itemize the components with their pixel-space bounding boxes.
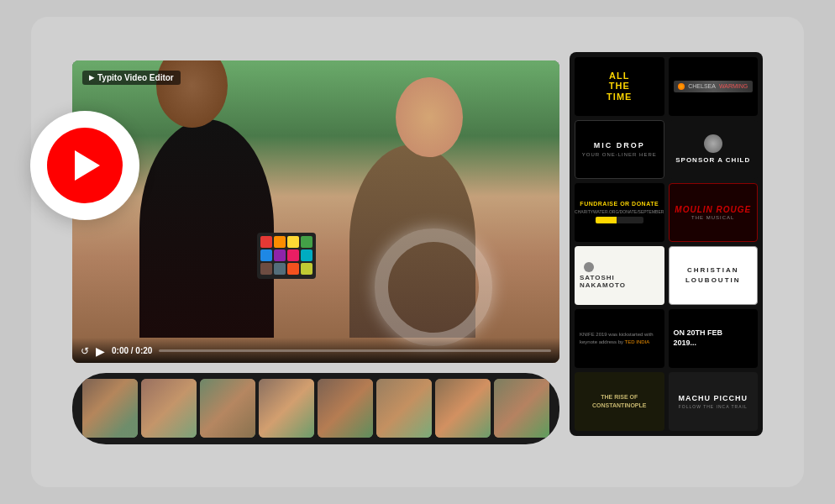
fundraise-subtitle: CHARITYWATER.ORG/DONATE/SEPTEMBER <box>575 209 664 214</box>
chelsea-dot <box>678 83 685 90</box>
template-card-all-the-time[interactable]: ALLTHETIME <box>575 57 664 116</box>
machu-picchu-title: MACHU PICCHU <box>679 394 748 402</box>
machu-picchu-subtitle: FOLLOW THE INCA TRAIL <box>679 404 748 409</box>
template-card-satoshi[interactable]: SATOSHI NAKAMOTO <box>575 246 664 305</box>
fundraise-progress-fill <box>596 217 617 223</box>
template-card-knife-2019[interactable]: KNIFE 2019 was kickstarted with keynote … <box>575 309 664 368</box>
template-card-machu-picchu[interactable]: MACHU PICCHU FOLLOW THE INCA TRAIL <box>669 372 759 431</box>
template-card-sponsor-child[interactable]: SPONSOR A CHILD <box>669 120 759 179</box>
template-card-chelsea[interactable]: CHELSEA WARMING <box>669 57 759 116</box>
film-frame <box>200 379 255 438</box>
template-card-louboutin[interactable]: CHRISTIANLOUBOUTIN <box>669 246 759 305</box>
reload-icon[interactable]: ↺ <box>81 345 89 357</box>
constantinople-title: THE RISE OFCONSTANTINOPLE <box>592 393 646 408</box>
feb-title: ON 20TH FEB2019... <box>674 328 723 348</box>
louboutin-title: CHRISTIANLOUBOUTIN <box>685 265 741 284</box>
all-the-time-label: ALLTHETIME <box>607 71 632 101</box>
knife-text: KNIFE 2019 was kickstarted with keynote … <box>580 331 659 345</box>
film-frame <box>82 379 138 438</box>
film-frame <box>141 379 197 438</box>
sponsor-child-label: SPONSOR A CHILD <box>675 156 750 164</box>
youtube-overlay <box>30 111 139 220</box>
template-panel: ALLTHETIME CHELSEA WARMING MIC DROP YOUR… <box>570 52 763 436</box>
ring-light <box>375 228 492 346</box>
film-frame <box>259 379 314 438</box>
video-player[interactable]: Typito Video Editor ↺ ▶ 0:00 / 0:20 <box>72 60 559 363</box>
warming-text: WARMING <box>719 83 748 89</box>
typito-watermark: Typito Video Editor <box>82 71 181 85</box>
time-display: 0:00 / 0:20 <box>112 346 152 355</box>
fundraise-title: FUNDRAISE OR DONATE <box>580 201 659 207</box>
video-scene <box>72 60 559 363</box>
template-card-moulin-rouge[interactable]: MOULIN ROUGE THE MUSICAL <box>669 183 759 242</box>
satoshi-dot-icon <box>584 262 594 272</box>
chelsea-bar: CHELSEA WARMING <box>674 81 754 92</box>
mic-drop-title: MIC DROP <box>594 141 645 150</box>
template-card-fundraise[interactable]: FUNDRAISE OR DONATE CHARITYWATER.ORG/DON… <box>575 183 664 242</box>
chelsea-text: CHELSEA <box>688 83 716 89</box>
progress-bar[interactable] <box>159 349 551 352</box>
film-strip <box>72 373 559 444</box>
template-card-mic-drop[interactable]: MIC DROP YOUR ONE-LINER HERE <box>575 120 664 179</box>
template-card-constantinople[interactable]: THE RISE OFCONSTANTINOPLE <box>575 372 664 431</box>
mic-drop-subtitle: YOUR ONE-LINER HERE <box>582 152 657 157</box>
film-frame <box>435 379 491 438</box>
moulin-rouge-subtitle: THE MUSICAL <box>691 215 734 220</box>
video-controls: ↺ ▶ 0:00 / 0:20 <box>72 338 559 363</box>
film-frame <box>318 379 373 438</box>
chelsea-inner: CHELSEA WARMING <box>674 81 754 92</box>
moulin-rouge-title: MOULIN ROUGE <box>675 205 751 214</box>
main-content: Typito Video Editor ↺ ▶ 0:00 / 0:20 <box>72 60 763 444</box>
satoshi-text: SATOSHI NAKAMOTO <box>580 274 659 289</box>
film-frame <box>494 379 549 438</box>
play-button[interactable]: ▶ <box>96 344 105 358</box>
sponsor-circle-icon <box>704 134 722 153</box>
youtube-icon <box>47 128 123 203</box>
youtube-play-icon <box>75 150 100 181</box>
fundraise-progress-bar <box>596 217 643 223</box>
template-card-on-20th-feb[interactable]: ON 20TH FEB2019... <box>669 309 759 368</box>
outer-container: Typito Video Editor ↺ ▶ 0:00 / 0:20 <box>31 17 804 487</box>
film-frame <box>376 379 432 438</box>
video-player-wrapper: Typito Video Editor ↺ ▶ 0:00 / 0:20 <box>72 60 559 444</box>
